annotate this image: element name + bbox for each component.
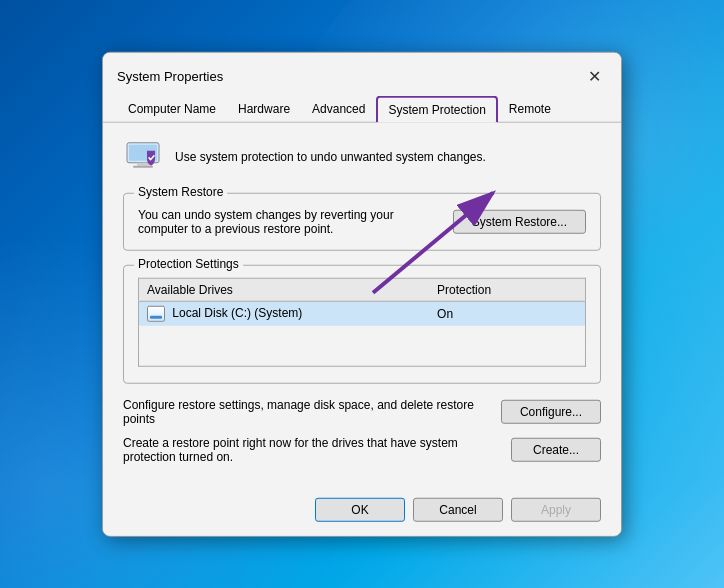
tab-bar: Computer Name Hardware Advanced System P… [103, 89, 621, 123]
create-button[interactable]: Create... [511, 437, 601, 461]
col-drives: Available Drives [139, 278, 430, 301]
restore-row: You can undo system changes by reverting… [138, 206, 586, 236]
title-bar: System Properties ✕ [103, 53, 621, 89]
configure-button[interactable]: Configure... [501, 399, 601, 423]
drive-name: Local Disk (C:) (System) [172, 306, 302, 320]
footer-button-bar: OK Cancel Apply [103, 487, 621, 535]
configure-description: Configure restore settings, manage disk … [123, 397, 489, 425]
header-description: Use system protection to undo unwanted s… [175, 150, 486, 164]
tab-advanced[interactable]: Advanced [301, 96, 376, 123]
ok-button[interactable]: OK [315, 497, 405, 521]
system-restore-button[interactable]: System Restore... [453, 210, 586, 234]
cancel-button[interactable]: Cancel [413, 497, 503, 521]
apply-button[interactable]: Apply [511, 497, 601, 521]
dialog-title: System Properties [117, 68, 223, 83]
drive-icon [147, 306, 165, 322]
create-description: Create a restore point right now for the… [123, 435, 499, 463]
header-row: Use system protection to undo unwanted s… [123, 137, 601, 177]
protection-settings-label: Protection Settings [134, 257, 243, 271]
svg-rect-3 [133, 166, 153, 168]
configure-action-row: Configure restore settings, manage disk … [123, 397, 601, 425]
svg-rect-2 [137, 163, 149, 166]
protection-settings-section: Protection Settings Available Drives Pro… [123, 265, 601, 384]
title-bar-controls: ✕ [581, 63, 607, 89]
system-restore-section: System Restore You can undo system chang… [123, 193, 601, 251]
system-protection-icon [123, 137, 163, 177]
tab-system-protection[interactable]: System Protection [376, 96, 497, 123]
tab-remote[interactable]: Remote [498, 96, 562, 123]
empty-row-2 [139, 346, 586, 366]
drives-table: Available Drives Protection Local Disk (… [138, 278, 586, 367]
col-protection: Protection [429, 278, 585, 301]
drive-row[interactable]: Local Disk (C:) (System) On [139, 301, 586, 326]
system-properties-dialog: System Properties ✕ Computer Name Hardwa… [102, 52, 622, 537]
drive-name-cell: Local Disk (C:) (System) [139, 301, 430, 326]
close-button[interactable]: ✕ [581, 63, 607, 89]
tab-content: Use system protection to undo unwanted s… [103, 123, 621, 488]
system-restore-label: System Restore [134, 185, 227, 199]
tab-hardware[interactable]: Hardware [227, 96, 301, 123]
create-action-row: Create a restore point right now for the… [123, 435, 601, 463]
tab-computer-name[interactable]: Computer Name [117, 96, 227, 123]
empty-row-1 [139, 326, 586, 346]
restore-description: You can undo system changes by reverting… [138, 208, 441, 236]
protection-status-cell: On [429, 301, 585, 326]
